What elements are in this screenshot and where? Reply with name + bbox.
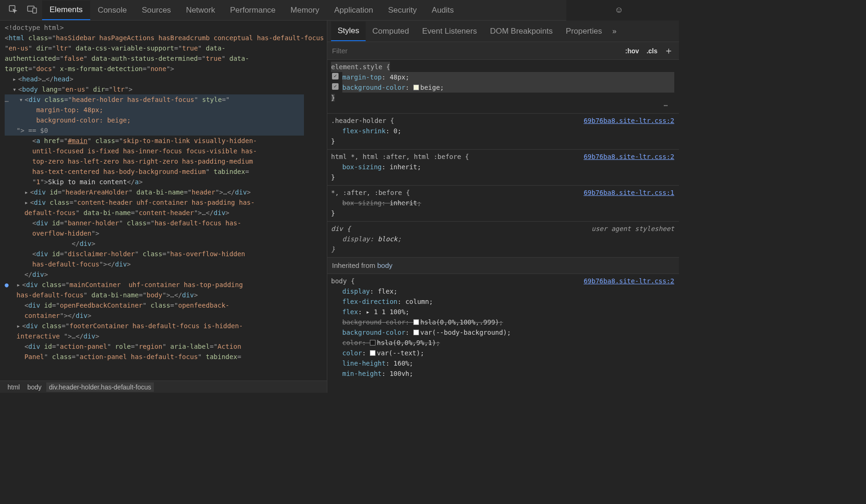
selected-dom-node[interactable]: … <div class="header-holder has-default-… [5, 94, 304, 136]
tab-audits[interactable]: Audits [424, 1, 461, 20]
css-rule[interactable]: html *, html :after, html :before {69b76… [327, 149, 679, 185]
crumb-html[interactable]: html [5, 382, 22, 392]
tab-memory[interactable]: Memory [283, 1, 326, 20]
css-property[interactable]: flex-shrink: 0; [342, 126, 674, 136]
expand-toggle[interactable] [24, 187, 30, 197]
tab-computed[interactable]: Computed [366, 22, 415, 41]
color-swatch[interactable] [413, 330, 419, 335]
dom-breadcrumbs: html body div.header-holder.has-default-… [0, 381, 327, 393]
svg-rect-2 [33, 8, 36, 13]
source-link[interactable]: 69b76ba8.site-ltr.css:2 [584, 276, 674, 286]
expand-toggle[interactable] [24, 197, 30, 208]
css-property[interactable]: flex-direction: column; [342, 296, 674, 307]
cls-toggle[interactable]: .cls [643, 46, 661, 56]
feedback-icon[interactable]: ☺ [614, 5, 623, 15]
tab-security[interactable]: Security [381, 1, 424, 20]
main-tab-bar: Elements Console Sources Network Perform… [0, 0, 679, 21]
css-rule[interactable]: *, :after, :before {69b76ba8.site-ltr.cs… [327, 185, 679, 221]
doctype-node[interactable]: <!doctype html> [5, 24, 64, 31]
css-property[interactable]: color: var(--text); [342, 348, 674, 358]
hov-toggle[interactable]: :hov [621, 46, 643, 56]
color-swatch[interactable] [370, 350, 375, 356]
user-agent-label: user agent stylesheet [592, 223, 674, 234]
crumb-selected[interactable]: div.header-holder.has-default-focus [46, 382, 154, 392]
rule-element-style[interactable]: element.style { ✓margin-top: 48px; ✓back… [327, 60, 679, 113]
inspect-icon[interactable] [4, 2, 22, 19]
selector-text: element.style { [331, 62, 390, 72]
tab-performance[interactable]: Performance [223, 1, 283, 20]
elements-panel: <!doctype html> <html class="hasSidebar … [0, 21, 327, 393]
expand-toggle[interactable] [13, 84, 18, 94]
styles-filter-input[interactable] [332, 47, 621, 55]
device-toggle-icon[interactable] [22, 2, 42, 18]
tab-console[interactable]: Console [90, 1, 134, 20]
styles-filter-bar: :hov .cls ＋ [327, 42, 679, 60]
selector-text: .header-holder { [331, 115, 394, 126]
tab-sources[interactable]: Sources [134, 1, 178, 20]
expand-toggle[interactable] [16, 321, 22, 331]
source-link[interactable]: 69b76ba8.site-ltr.css:2 [584, 151, 674, 162]
styles-panel: Styles Computed Event Listeners DOM Brea… [327, 21, 679, 393]
css-property-overridden[interactable]: box-sizing: inherit; [342, 198, 674, 208]
css-property[interactable]: min-height: 100vh; [342, 368, 674, 379]
tab-elements[interactable]: Elements [42, 0, 90, 20]
selector-text: body { [331, 276, 355, 286]
css-property[interactable]: display: flex; [342, 286, 674, 296]
inherited-from-header: Inherited from body [327, 257, 679, 274]
selector-text: div { [331, 223, 351, 234]
tab-network[interactable]: Network [179, 1, 223, 20]
css-property-overridden[interactable]: color: hsla(0,0%,9%,1); [342, 338, 674, 348]
css-property[interactable]: flex: ▸ 1 1 100%; [342, 307, 674, 317]
sidebar-tab-bar: Styles Computed Event Listeners DOM Brea… [327, 21, 679, 42]
tab-application[interactable]: Application [327, 1, 381, 20]
tab-styles[interactable]: Styles [331, 22, 366, 41]
expand-toggle[interactable] [19, 94, 25, 105]
dom-tree[interactable]: <!doctype html> <html class="hasSidebar … [0, 21, 327, 381]
crumb-body[interactable]: body [24, 382, 44, 392]
css-property[interactable]: display: block; [342, 234, 674, 244]
selector-text: html *, html :after, html :before { [331, 151, 469, 162]
css-property[interactable]: box-sizing: inherit; [342, 162, 674, 172]
tab-properties[interactable]: Properties [559, 22, 608, 41]
selector-text: *, :after, :before { [331, 187, 410, 198]
css-property-overridden[interactable]: background-color: hsla(0,0%,100%,.999); [342, 317, 674, 327]
css-property[interactable]: line-height: 160%; [342, 358, 674, 368]
css-property[interactable]: background-color: var(--body-background)… [342, 327, 674, 338]
property-checkbox[interactable]: ✓ [332, 83, 339, 90]
css-property[interactable]: ✓margin-top: 48px; [342, 72, 674, 82]
source-link[interactable]: 69b76ba8.site-ltr.css:1 [584, 187, 674, 198]
property-checkbox[interactable]: ✓ [332, 73, 339, 79]
color-swatch[interactable] [413, 319, 419, 325]
new-style-rule-button[interactable]: ＋ [661, 44, 674, 57]
css-rule[interactable]: .header-holder {69b76ba8.site-ltr.css:2 … [327, 113, 679, 149]
color-swatch[interactable] [370, 340, 375, 346]
tab-dom-breakpoints[interactable]: DOM Breakpoints [484, 22, 559, 41]
expand-toggle[interactable] [16, 280, 22, 290]
more-icon[interactable]: ⋯ [331, 100, 674, 110]
more-tabs-icon[interactable]: » [609, 27, 621, 36]
tab-event-listeners[interactable]: Event Listeners [416, 22, 484, 41]
source-link[interactable]: 69b76ba8.site-ltr.css:2 [584, 115, 674, 126]
styles-rules-list[interactable]: element.style { ✓margin-top: 48px; ✓back… [327, 60, 679, 393]
css-rule-user-agent[interactable]: div {user agent stylesheet display: bloc… [327, 221, 679, 257]
expand-toggle[interactable] [13, 74, 18, 84]
css-property[interactable]: ✓background-color: beige; [342, 82, 674, 93]
css-rule[interactable]: body {69b76ba8.site-ltr.css:2 display: f… [327, 274, 679, 382]
color-swatch[interactable] [413, 85, 419, 90]
